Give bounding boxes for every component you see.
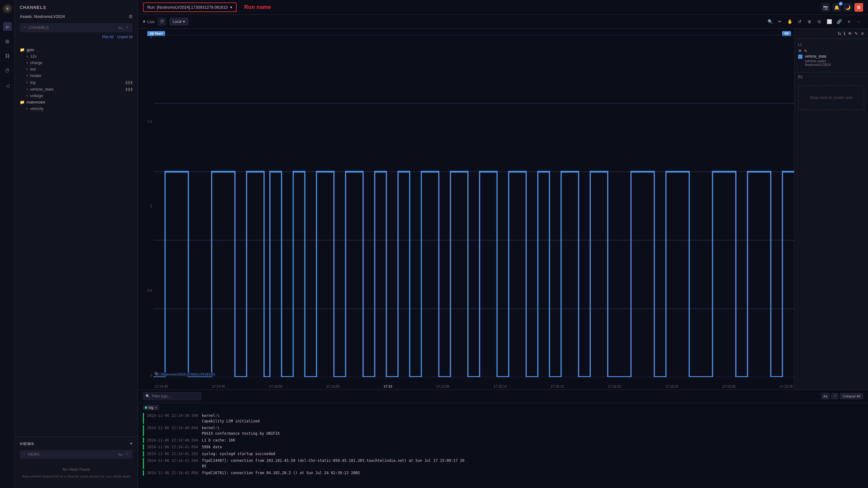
unplot-all-button[interactable]: Unplot All <box>117 35 133 39</box>
log-timestamp: 2024-11-06 22:14:41.594 <box>147 458 198 469</box>
wave-icon: ∿ <box>26 107 28 110</box>
nav-search[interactable]: ⌕ <box>3 22 12 31</box>
chart-settings-icon[interactable]: ⚙ <box>154 371 158 376</box>
search-tool[interactable]: 🔍 <box>766 17 774 26</box>
live-toggle[interactable]: Live <box>143 20 155 24</box>
eye-icon[interactable]: 👁 <box>848 31 852 36</box>
notification-button[interactable]: 🔔 1 <box>832 3 841 12</box>
log-bar <box>143 437 144 443</box>
channel-led[interactable]: ∿ led <box>20 66 133 72</box>
regex-button[interactable]: .* <box>831 393 838 399</box>
edit-icon[interactable]: ✎ <box>855 31 858 36</box>
log-bar <box>143 425 144 436</box>
refresh-tool[interactable]: ↺ <box>795 17 804 26</box>
regex-toggle[interactable]: .* <box>124 25 130 30</box>
l1-eye-icon[interactable]: 👁 <box>798 49 802 53</box>
right-panel: fx ℹ 👁 ✎ ✕ L1 👁 ✎ vehicle_state (vehicle… <box>794 29 868 389</box>
x-label: 17:15:05 <box>436 385 450 388</box>
views-title: VIEWS <box>20 441 34 446</box>
topbar-right-icons: 📷 🔔 1 🌙 B <box>821 3 863 12</box>
channel-vehicle-state[interactable]: ∿ vehicle_state ▮▮▮ <box>20 86 133 92</box>
log-filter-input[interactable] <box>143 392 202 400</box>
list-tool[interactable]: ≡ <box>845 17 853 26</box>
screenshot-button[interactable]: 📷 <box>821 3 830 12</box>
log-tag-log: log ✕ <box>143 405 159 410</box>
drop-zone[interactable]: Drop here to create axis <box>798 85 864 110</box>
x-label: 17:14:40 <box>155 385 168 388</box>
channel-charge[interactable]: ∿ charge <box>20 59 133 66</box>
chart-svg <box>153 35 794 377</box>
x-label: 17:14:50 <box>269 385 282 388</box>
collapse-all-button[interactable]: Collapse All <box>840 393 863 399</box>
x-label: 17:15:15 <box>551 385 564 388</box>
no-views-line1: No Views Found <box>20 467 133 472</box>
wave-icon: ∿ <box>26 88 28 91</box>
log-message: L1 D cache: 16K <box>202 437 235 443</box>
nav-link[interactable]: ⛓ <box>3 52 12 60</box>
views-search-input[interactable] <box>28 452 118 457</box>
views-section: VIEWS + 〜 Aa .* No Views Found Save plot… <box>15 436 138 488</box>
channel-label: led <box>30 67 35 71</box>
chart-and-panel: X0 Start X0 2 1.5 1 0.5 0 <box>138 29 868 389</box>
aa-toggle[interactable]: Aa <box>118 26 122 30</box>
channel-velocity[interactable]: ∿ velocity <box>20 105 133 112</box>
channel-voltage[interactable]: ∿ voltage <box>20 92 133 99</box>
log-filter-wrap: 🔍 <box>143 392 819 400</box>
l1-edit-icon[interactable]: ✎ <box>804 49 807 53</box>
channel-label: charge <box>30 60 42 65</box>
views-regex-toggle[interactable]: .* <box>124 452 130 457</box>
local-chevron: ▾ <box>183 20 185 24</box>
folder-gpio[interactable]: 📁 gpio <box>20 47 133 53</box>
local-label: Local <box>173 20 182 24</box>
legend-section: L1 👁 ✎ vehicle_state (vehicle state) Nos… <box>795 39 868 72</box>
log-message: kernel:\ POSIX conformance testing by UN… <box>202 425 280 436</box>
local-selector[interactable]: Local ▾ <box>169 18 188 25</box>
folder-mainmotor[interactable]: 📁 mainmotor <box>20 99 133 105</box>
clock-button[interactable]: ⏱ <box>158 17 166 26</box>
views-aa-toggle[interactable]: Aa <box>118 453 122 456</box>
log-tag-dot <box>145 406 147 409</box>
assets-settings-icon[interactable]: ⚙ <box>128 13 133 20</box>
folder-icon: 📁 <box>20 48 25 52</box>
channel-label: log <box>30 80 35 85</box>
channel-log[interactable]: ∿ log ▮▮▮ <box>20 79 133 86</box>
zoom-out-tool[interactable]: ⊖ <box>815 17 824 26</box>
nav-clock[interactable]: ⏱ <box>3 66 12 75</box>
fx-icon[interactable]: fx <box>838 31 841 36</box>
chart-plot <box>153 35 794 377</box>
x-label: 17:15:35 <box>780 385 793 388</box>
pencil-tool[interactable]: ✏ <box>776 17 784 26</box>
channel-12v[interactable]: ∿ 12v <box>20 53 133 59</box>
toolbar-left: Live ⏱ Local ▾ <box>143 17 188 26</box>
more-tool[interactable]: ··· <box>855 17 863 26</box>
right-panel-header: fx ℹ 👁 ✎ ✕ <box>795 29 868 39</box>
zoom-in-tool[interactable]: ⊕ <box>805 17 814 26</box>
nav-layers[interactable]: ⊞ <box>3 37 12 45</box>
channels-search-input[interactable] <box>29 26 118 30</box>
app-logo[interactable] <box>2 4 12 13</box>
run-selector: Run: [NostromoLV2024].1730931279.081615 … <box>143 2 271 12</box>
views-wave-icon: 〜 <box>23 452 26 457</box>
fit-tool[interactable]: ⬜ <box>825 17 834 26</box>
log-search-icon: 🔍 <box>145 394 150 398</box>
top-bar: Run: [NostromoLV2024].1730931279.081615 … <box>138 0 868 15</box>
channel-label: heater <box>30 73 41 78</box>
nav-code[interactable]: ◁ <box>3 81 12 90</box>
x-label: 17:15:10 <box>493 385 507 388</box>
log-tag-close[interactable]: ✕ <box>155 406 157 409</box>
aa-button[interactable]: Aa <box>821 393 830 399</box>
grab-tool[interactable]: ✋ <box>785 17 794 26</box>
theme-toggle-button[interactable]: 🌙 <box>843 3 852 12</box>
views-header: VIEWS + <box>20 440 133 447</box>
plot-all-button[interactable]: Plot All <box>102 35 114 39</box>
link-tool[interactable]: 🔗 <box>835 17 843 26</box>
folder-label: mainmotor <box>27 100 45 104</box>
close-icon[interactable]: ✕ <box>861 31 864 36</box>
user-avatar[interactable]: B <box>855 3 863 12</box>
views-add-button[interactable]: + <box>129 440 133 447</box>
run-dropdown[interactable]: Run: [NostromoLV2024].1730931279.081615 … <box>143 2 237 12</box>
channel-heater[interactable]: ∿ heater <box>20 72 133 79</box>
info-icon[interactable]: ℹ <box>844 31 845 36</box>
log-message: 599k data <box>202 444 222 450</box>
chart-container: X0 Start X0 2 1.5 1 0.5 0 <box>138 29 794 389</box>
